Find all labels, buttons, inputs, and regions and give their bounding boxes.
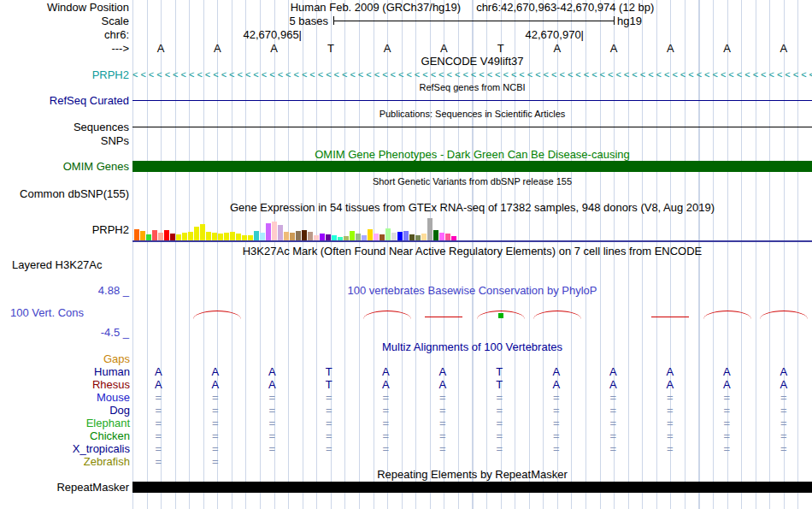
alignment-cell: T [471,365,528,378]
gtex-tissue-bar [284,232,289,240]
gtex-tissue-bar [218,234,223,240]
alignment-cells: == [130,455,812,468]
alignment-cell [415,352,472,365]
gtex-tissue-bar [188,232,193,240]
alignment-cell [642,455,699,468]
alignment-cell: = [301,442,358,455]
gtex-expression-bar-chart[interactable] [134,215,456,240]
alignment-cell: = [585,429,642,442]
alignment-cell: = [187,429,244,442]
alignment-cell: = [471,404,528,417]
alignment-row-chicken[interactable]: Chicken============ [0,429,812,442]
alignment-cell [585,352,642,365]
gtex-tissue-bar [182,233,187,240]
scale-value: 5 bases [239,15,328,27]
alignment-cell: = [301,417,358,429]
alignment-cell: = [130,417,187,429]
alignment-cell: A [528,365,585,378]
alignment-cells: ============ [130,417,812,429]
conservation-positive-green-mark [498,313,503,318]
alignment-cells: ============ [130,391,812,404]
gtex-tissue-bar [140,231,145,240]
alignment-cell [756,455,812,468]
alignment-cell: = [357,404,415,417]
alignment-cell: = [471,391,528,404]
alignment-cell: A [756,365,812,378]
alignment-cell [357,455,415,468]
alignment-row-gaps[interactable]: Gaps [0,352,812,365]
multiz-alignment-rows[interactable]: GapsHumanAAATAATAAAAARhesusAAATAATAAAAAM… [0,352,812,468]
omim-gene-bar[interactable] [132,161,812,172]
alignment-cell: = [528,417,585,429]
alignment-cell: = [585,391,642,404]
reference-sequence-row[interactable]: AAATAATAAAAA [132,42,812,55]
gtex-tissue-bar [368,229,373,240]
assembly-position-header: Human Feb. 2009 (GRCh37/hg19)chr6:42,670… [132,1,812,14]
gtex-tissue-bar [302,230,307,240]
alignment-cell: A [756,378,812,391]
alignment-row-rhesus[interactable]: RhesusAAATAATAAAAA [0,378,812,391]
alignment-cell: A [357,378,415,391]
publications-sequence-line[interactable] [132,127,812,127]
alignment-cell: = [471,417,528,429]
track-label-snps: SNPs [0,134,129,147]
alignment-cell: = [756,391,812,404]
refseq-gene-line[interactable] [132,100,812,101]
conservation-flat-mark [425,317,462,317]
gtex-tissue-bar [397,232,403,240]
genome-version: hg19 [617,15,642,27]
alignment-cell: = [756,442,812,455]
alignment-row-x_tropicalis[interactable]: X_tropicalis============ [0,442,812,455]
alignment-cell: = [698,391,756,404]
alignment-cell: = [528,429,585,442]
alignment-cell: A [698,378,756,391]
alignment-cell: A [528,378,585,391]
strand-label: ---> [0,42,129,55]
alignment-cell: = [528,442,585,455]
track-title-omim: OMIM Gene Phenotypes - Dark Green Can Be… [132,149,812,161]
gtex-tissue-bar [194,227,199,240]
chromosome-label: chr6: [0,28,129,41]
species-label: Chicken [0,429,130,442]
genome-browser-image: Window Position Human Feb. 2009 (GRCh37/… [0,0,812,509]
alignment-row-dog[interactable]: Dog============ [0,404,812,417]
alignment-cell [301,352,358,365]
alignment-cells: AAATAATAAAAA [130,378,812,391]
alignment-row-zebrafish[interactable]: Zebrafish== [0,455,812,468]
alignment-cell: = [130,404,187,417]
alignment-cell: = [585,442,642,455]
sequence-base: A [756,42,812,55]
gtex-tissue-bar [409,234,415,240]
track-label-omim-genes: OMIM Genes [0,160,129,173]
track-title-phylop: 100 vertebrates Basewise Conservation by… [132,285,812,297]
alignment-cell: A [698,365,756,378]
track-title-dbsnp: Short Genetic Variants from dbSNP releas… [132,175,812,187]
alignment-row-elephant[interactable]: Elephant============ [0,417,812,429]
alignment-cell: = [301,429,358,442]
alignment-cell: = [130,455,187,468]
repeatmasker-element-bar[interactable] [132,482,812,493]
alignment-row-human[interactable]: HumanAAATAATAAAAA [0,365,812,378]
gtex-tissue-bar [146,234,151,240]
alignment-cell: A [187,378,244,391]
alignment-cell [244,352,301,365]
alignment-cell: = [244,429,301,442]
assembly-name: Human Feb. 2009 (GRCh37/hg19) [291,1,461,14]
sequence-base: T [303,42,359,55]
track-label-refseq-curated: RefSeq Curated [0,94,129,107]
alignment-row-mouse[interactable]: Mouse============ [0,391,812,404]
alignment-cell: = [301,404,358,417]
position-range: chr6:42,670,963-42,670,974 (12 bp) [476,1,654,14]
species-label: Mouse [0,391,130,404]
sequence-base: A [246,42,303,55]
alignment-cell [244,455,301,468]
species-label: Dog [0,404,130,417]
gtex-tissue-bar [290,233,295,240]
alignment-cell: = [415,391,472,404]
alignment-cell [415,455,472,468]
alignment-cell: = [698,417,756,429]
alignment-cells: AAATAATAAAAA [130,365,812,378]
gencode-gene-minus-strand-arrows[interactable]: <<<<<<<<<<<<<<<<<<<<<<<<<<<<<<<<<<<<<<<<… [132,68,812,81]
alignment-cell: = [642,391,699,404]
alignment-cell: = [301,391,358,404]
